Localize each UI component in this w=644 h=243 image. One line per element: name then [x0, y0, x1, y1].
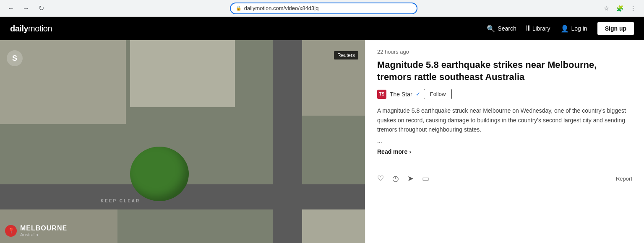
- reload-button[interactable]: ↻: [35, 3, 47, 14]
- read-more-chevron: ›: [409, 148, 411, 155]
- logo-light: motion: [28, 24, 52, 33]
- location-text: MELBOURNE Australia: [20, 225, 67, 237]
- video-thumbnail: KEEP CLEAR: [0, 40, 365, 243]
- user-icon: 👤: [561, 25, 569, 33]
- building-2: [130, 40, 235, 107]
- reload-icon: ↻: [39, 4, 44, 12]
- source-logo: TS: [377, 90, 386, 99]
- share-button[interactable]: ➤: [407, 174, 414, 183]
- library-icon: 𝄃𝄃: [527, 25, 530, 32]
- address-bar[interactable]: 🔒 dailymotion.com/video/x84d3jq: [230, 3, 418, 14]
- verified-icon: ✓: [416, 91, 420, 97]
- road-text: KEEP CLEAR: [101, 199, 140, 203]
- stringer-logo: S: [7, 50, 23, 66]
- search-nav-item[interactable]: 🔍 Search: [487, 25, 516, 33]
- playlist-button[interactable]: ▭: [422, 174, 429, 183]
- main-nav: 🔍 Search 𝄃𝄃 Library 👤 Log in Sign up: [487, 22, 634, 35]
- follow-button[interactable]: Follow: [424, 89, 452, 99]
- article-panel: 22 hours ago Magnitude 5.8 earthquake st…: [365, 40, 644, 243]
- main-content: KEEP CLEAR S Reuters 📍 MELBOURNE Austral…: [0, 40, 644, 243]
- location-country: Australia: [20, 232, 67, 237]
- back-button[interactable]: ←: [5, 3, 17, 14]
- action-bar: ♡ ◷ ➤ ▭ Report: [377, 167, 632, 183]
- forward-icon: →: [23, 5, 29, 12]
- video-player[interactable]: KEEP CLEAR S Reuters 📍 MELBOURNE Austral…: [0, 40, 365, 243]
- location-pin-icon: 📍: [5, 225, 17, 237]
- menu-button[interactable]: ⋮: [627, 3, 639, 14]
- like-button[interactable]: ♡: [377, 174, 384, 183]
- site-header: dailymotion 🔍 Search 𝄃𝄃 Library 👤 Log in…: [0, 17, 644, 40]
- article-source: TS The Star ✓ Follow: [377, 89, 632, 99]
- location-overlay: 📍 MELBOURNE Australia: [5, 225, 67, 237]
- report-button[interactable]: Report: [616, 176, 632, 182]
- read-more-label: Read more: [377, 148, 407, 155]
- stringer-initial: S: [12, 54, 17, 63]
- heart-icon: ♡: [377, 174, 384, 183]
- reuters-text: Reuters: [337, 52, 355, 58]
- playlist-icon: ▭: [422, 174, 429, 183]
- login-nav-item[interactable]: 👤 Log in: [561, 25, 587, 33]
- road-vertical: [273, 40, 302, 243]
- location-city: MELBOURNE: [20, 225, 67, 232]
- reuters-badge: Reuters: [334, 51, 358, 59]
- article-title: Magnitude 5.8 earthquake strikes near Me…: [377, 59, 632, 83]
- forward-button[interactable]: →: [20, 3, 32, 14]
- library-label: Library: [532, 25, 550, 32]
- logo-bold: daily: [10, 24, 28, 33]
- watch-later-button[interactable]: ◷: [392, 174, 399, 183]
- extensions-button[interactable]: 🧩: [614, 3, 626, 14]
- star-button[interactable]: ☆: [600, 3, 612, 14]
- article-body: A magnitude 5.8 earthquake struck near M…: [377, 106, 632, 134]
- search-icon: 🔍: [487, 25, 495, 33]
- share-icon: ➤: [407, 174, 414, 183]
- site-logo[interactable]: dailymotion: [10, 24, 52, 34]
- library-nav-item[interactable]: 𝄃𝄃 Library: [527, 25, 550, 32]
- lock-icon: 🔒: [236, 5, 242, 11]
- browser-chrome: ← → ↻ 🔒 dailymotion.com/video/x84d3jq ☆ …: [0, 0, 644, 17]
- read-more-link[interactable]: Read more ›: [377, 148, 632, 155]
- article-timestamp: 22 hours ago: [377, 49, 632, 55]
- tree: [130, 147, 189, 201]
- login-label: Log in: [571, 25, 587, 32]
- clock-icon: ◷: [392, 174, 399, 183]
- source-name: The Star: [390, 91, 412, 98]
- signup-button[interactable]: Sign up: [597, 22, 634, 35]
- article-ellipsis: ...: [377, 137, 632, 144]
- search-label: Search: [498, 25, 516, 32]
- url-text: dailymotion.com/video/x84d3jq: [244, 5, 319, 11]
- browser-actions: ☆ 🧩 ⋮: [600, 3, 639, 14]
- back-icon: ←: [8, 5, 14, 12]
